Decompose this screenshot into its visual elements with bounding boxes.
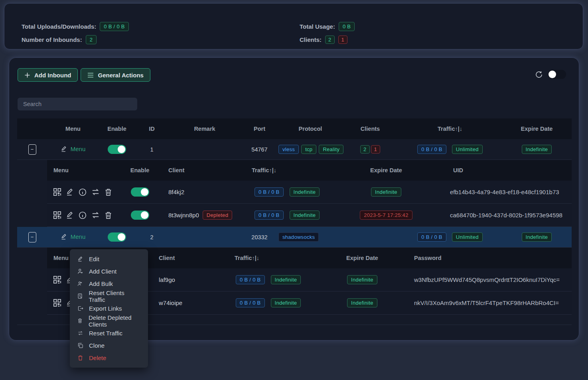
edit-client-icon[interactable] <box>66 188 74 196</box>
reset-clients-traffic-icon <box>77 293 83 299</box>
general-actions-label: General Actions <box>98 72 143 79</box>
col-port: Port <box>241 126 278 132</box>
number-of-inbounds-label: Number of Inbounds: <box>22 36 82 43</box>
dark-mode-toggle[interactable] <box>548 70 566 79</box>
client-table-header: Menu Enable Client Traffic↑|↓ Expire Dat… <box>47 160 572 181</box>
menu-item-delete[interactable]: Delete <box>70 352 148 364</box>
depleted-badge: Depleted <box>203 211 232 220</box>
general-actions-button[interactable]: General Actions <box>81 68 150 82</box>
edit-pencil-icon <box>61 233 67 240</box>
inbound-port: 54767 <box>241 146 278 153</box>
client-enable-toggle[interactable] <box>131 187 149 197</box>
reset-traffic-icon[interactable] <box>91 211 100 220</box>
total-uploads-downloads-value: 0 B / 0 B <box>100 22 129 31</box>
col-enable: Enable <box>99 126 135 132</box>
info-icon[interactable] <box>78 188 87 197</box>
info-icon[interactable] <box>78 211 87 220</box>
inbound-enable-toggle[interactable] <box>108 145 126 154</box>
menu-item-delete-depleted-clients[interactable]: Delete Depleted Clients <box>70 315 148 327</box>
delete-client-icon[interactable] <box>104 188 112 197</box>
plus-icon <box>24 72 30 78</box>
inbound-menu-button[interactable]: Menu <box>61 146 86 152</box>
protocol-badge: shadowsocks <box>278 232 319 242</box>
total-usage: Total Usage: 0 B <box>300 22 355 31</box>
clients-depleted-count: 1 <box>338 35 348 44</box>
col-expire-date: Expire Date <box>502 126 572 132</box>
client-traffic-badge: 0 B / 0 B <box>255 211 284 220</box>
reset-traffic-icon[interactable] <box>91 187 100 197</box>
client-enable-toggle[interactable] <box>131 211 149 220</box>
client-table-inbound-1: Menu Enable Client Traffic↑|↓ Expire Dat… <box>47 160 572 227</box>
client-password: w3NfbzUPf5WWd745Q8pvsmQrdrttT2IO6knuI7Di… <box>408 276 572 283</box>
clients-ok-badge: 2 <box>360 145 370 154</box>
reset-traffic-icon <box>77 330 83 336</box>
menu-item-clone[interactable]: Clone <box>70 339 148 352</box>
col-traffic-sort[interactable]: Traffic↑|↓ <box>398 126 502 132</box>
inbound-row-1: − Menu 1 54767 vless tcp Reality <box>17 139 572 160</box>
inbound-port: 20332 <box>241 234 278 240</box>
add-inbound-button[interactable]: Add Inbound <box>18 68 78 82</box>
inbounds-table-header: Menu Enable ID Remark Port Protocol Clie… <box>17 118 572 139</box>
menu-item-edit[interactable]: Edit <box>70 253 148 265</box>
total-usage-value: 0 B <box>339 22 355 31</box>
inbound-id: 2 <box>135 234 169 240</box>
col-client-traffic-sort[interactable]: Traffic↑|↓ <box>241 167 332 173</box>
client-row: 8t3wjnn8p0 Depleted 0 B / 0 B Indefinite… <box>47 204 572 227</box>
add-bulk-icon <box>77 281 83 287</box>
inbound-menu-label: Menu <box>71 233 86 240</box>
client-traffic-limit-badge: Indefinite <box>271 298 301 307</box>
add-client-icon <box>77 268 83 274</box>
col-client-traffic-sort[interactable]: Traffic↑|↓ <box>225 255 316 261</box>
number-of-inbounds-value: 2 <box>86 35 97 44</box>
client-traffic-limit-badge: Indefinite <box>290 211 320 220</box>
client-row: 8f4kj2 0 B / 0 B Indefinite Indefinite e… <box>47 181 572 204</box>
inbound-context-menu: Edit Add Client Add Bulk Reset Clients T… <box>70 249 148 368</box>
qr-code-icon[interactable] <box>53 298 62 307</box>
qr-code-icon[interactable] <box>53 275 62 284</box>
collapse-row-button[interactable]: − <box>28 144 36 155</box>
total-uploads-downloads-label: Total Uploads/Downloads: <box>22 23 96 30</box>
menu-item-add-bulk[interactable]: Add Bulk <box>70 278 148 290</box>
traffic-badge: 0 B / 0 B <box>417 145 446 154</box>
client-traffic-limit-badge: Indefinite <box>290 187 320 197</box>
client-traffic-limit-badge: Indefinite <box>271 275 301 284</box>
col-clients: Clients <box>342 126 398 132</box>
traffic-badge: 0 B / 0 B <box>417 232 446 242</box>
toolbar: Add Inbound General Actions <box>18 68 150 82</box>
traffic-limit-badge: Unlimited <box>452 145 483 154</box>
clients-depleted-badge: 1 <box>371 145 381 154</box>
client-name: 8t3wjnn8p0 <box>168 212 199 219</box>
clients-active-count: 2 <box>325 35 335 44</box>
client-password: nkV/I/3XoAm9v6xMT/T5lcrF4TpeTKF98rHARbRo… <box>408 299 572 306</box>
refresh-icon[interactable] <box>535 71 543 79</box>
number-of-inbounds: Number of Inbounds: 2 <box>22 35 129 44</box>
collapse-row-button[interactable]: − <box>28 232 36 242</box>
client-uid: efb14b43-4a79-4e83-ef18-e48cf1901b73 <box>440 189 572 195</box>
hamburger-icon <box>87 73 94 78</box>
client-name: 8f4kj2 <box>157 189 241 195</box>
search-input[interactable] <box>18 98 137 110</box>
stats-left-column: Total Uploads/Downloads: 0 B / 0 B Numbe… <box>22 4 129 44</box>
col-client-menu: Menu <box>47 167 123 173</box>
stats-right-column: Total Usage: 0 B Clients: 2 1 <box>300 4 355 44</box>
qr-code-icon[interactable] <box>53 187 62 197</box>
col-client-expire: Expire Date <box>316 255 408 261</box>
menu-item-export-links[interactable]: Export Links <box>70 302 148 315</box>
client-expire-badge: Indefinite <box>347 298 377 307</box>
client-traffic-badge: 0 B / 0 B <box>236 275 265 284</box>
col-client-uid: UID <box>440 167 572 173</box>
menu-item-reset-clients-traffic[interactable]: Reset Clients Traffic <box>70 290 148 302</box>
client-expire-badge: Indefinite <box>371 187 401 197</box>
edit-client-icon[interactable] <box>66 211 74 219</box>
client-name: w74ioipe <box>149 299 225 306</box>
delete-icon <box>77 355 83 361</box>
client-name: laf9go <box>149 276 225 283</box>
clients-count-label: Clients: <box>300 36 322 43</box>
menu-item-add-client[interactable]: Add Client <box>70 265 148 278</box>
delete-depleted-clients-icon <box>77 318 83 324</box>
inbound-menu-button[interactable]: Menu <box>61 233 86 240</box>
delete-client-icon[interactable] <box>104 211 112 220</box>
menu-item-reset-traffic[interactable]: Reset Traffic <box>70 327 148 339</box>
inbound-enable-toggle[interactable] <box>108 232 126 242</box>
qr-code-icon[interactable] <box>53 211 62 220</box>
